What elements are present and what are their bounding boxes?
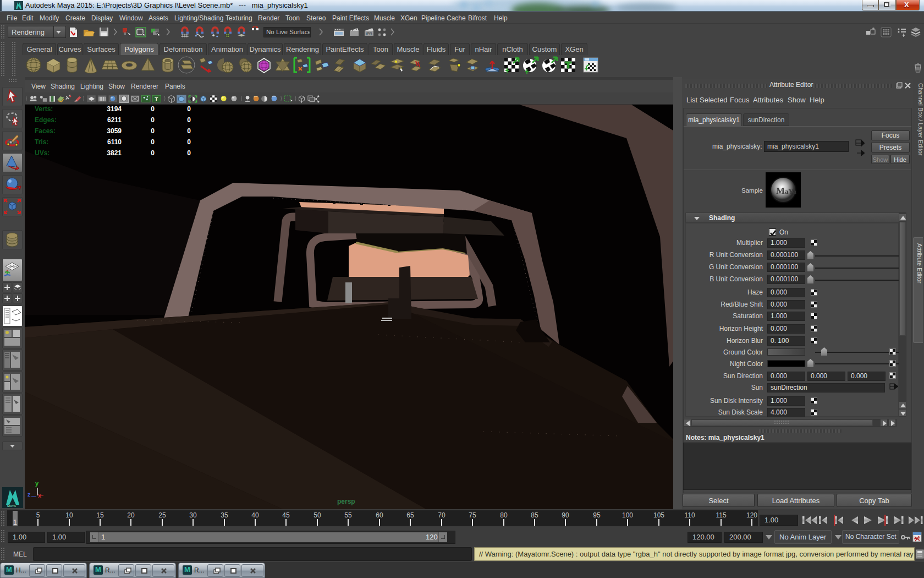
svg-text:115: 115	[716, 511, 726, 519]
svg-text:85: 85	[531, 511, 538, 519]
svg-text:30: 30	[189, 511, 197, 519]
svg-text:45: 45	[282, 511, 290, 519]
svg-text:120: 120	[746, 511, 757, 519]
svg-text:35: 35	[221, 511, 228, 519]
svg-text:70: 70	[438, 511, 446, 519]
svg-text:75: 75	[469, 511, 476, 519]
svg-text:105: 105	[653, 511, 664, 519]
svg-text:50: 50	[314, 511, 321, 519]
svg-text:persp: persp	[337, 498, 355, 505]
svg-text:z: z	[28, 491, 31, 498]
svg-text:95: 95	[593, 511, 601, 519]
svg-text:10: 10	[65, 511, 73, 519]
svg-text:25: 25	[158, 511, 166, 519]
svg-text:55: 55	[344, 511, 352, 519]
svg-text:T: T	[155, 96, 158, 102]
svg-text:y: y	[35, 480, 39, 487]
svg-text:110: 110	[684, 511, 695, 519]
svg-text:5: 5	[36, 511, 40, 519]
svg-text:15: 15	[96, 511, 104, 519]
svg-text:90: 90	[562, 511, 569, 519]
svg-text:60: 60	[376, 511, 383, 519]
svg-text:65: 65	[406, 511, 414, 519]
svg-text:80: 80	[500, 511, 508, 519]
svg-text:20: 20	[127, 511, 135, 519]
svg-text:MAYA: MAYA	[7, 504, 16, 508]
svg-text:IPR: IPR	[366, 32, 372, 36]
svg-text:100: 100	[622, 511, 633, 519]
svg-text:1: 1	[13, 519, 17, 526]
svg-text:40: 40	[251, 511, 259, 519]
